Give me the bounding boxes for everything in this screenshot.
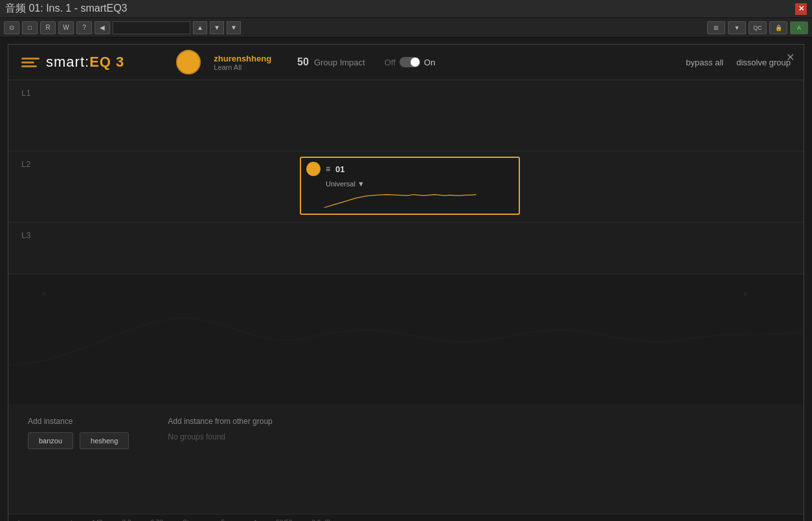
chart-area	[8, 274, 804, 404]
instance-number: 01	[335, 164, 344, 174]
user-avatar[interactable]	[176, 50, 201, 74]
toolbar-arrow-down-button[interactable]: ▼	[210, 21, 224, 34]
l3-label: L3	[21, 230, 38, 240]
logo-line-2	[21, 61, 34, 63]
status-val4: Stereo	[183, 519, 201, 522]
status-val6: 4	[253, 519, 257, 522]
add-banzou-button[interactable]: banzou	[28, 432, 73, 449]
status-val7: 50/50	[276, 519, 292, 522]
group-impact-area: 50 Group Impact	[297, 56, 365, 68]
add-sections: Add instance banzou hesheng Add instance…	[28, 417, 784, 449]
status-val3: 0.70	[151, 519, 163, 522]
toolbar-power-button[interactable]: ⊙	[4, 21, 19, 34]
toolbar-dropdown-button[interactable]: ▼	[227, 21, 241, 34]
toolbar-arrow-up-button[interactable]: ▲	[193, 21, 207, 34]
add-from-other-section: Add instance from other group No groups …	[168, 417, 272, 449]
no-groups-text: No groups found	[168, 432, 272, 441]
svg-point-1	[743, 292, 747, 296]
instance-eq-curve	[306, 188, 494, 210]
instance-profile[interactable]: Universal ▼	[306, 180, 513, 188]
status-val2: 3.3	[122, 519, 131, 522]
instance-card[interactable]: ≡ 01 Universal ▼	[300, 157, 520, 215]
logo-icon	[21, 58, 39, 67]
add-instance-title: Add instance	[28, 417, 129, 426]
instance-circle	[306, 162, 321, 176]
instance-eq-icon: ≡	[326, 164, 330, 173]
toolbar-qc-button[interactable]: QC	[749, 21, 767, 34]
toggle-switch[interactable]	[400, 57, 420, 67]
toolbar-a-button[interactable]: A	[790, 21, 808, 34]
learn-all-label[interactable]: Learn All	[214, 63, 271, 71]
group-impact-number: 50	[297, 56, 309, 68]
plugin-header: smart:EQ 3 zhurenshheng Learn All 50 Gro…	[8, 45, 804, 80]
toolbar-lock-button[interactable]: 🔒	[769, 21, 787, 34]
l1-label: L1	[21, 88, 38, 98]
toolbar-back-button[interactable]: ◀	[95, 21, 110, 34]
logo-line-1	[21, 58, 39, 60]
toolbar-dropdown2-button[interactable]: ▼	[728, 21, 746, 34]
main-content: L1 L2 ≡ 01 Universal ▼ L3	[8, 80, 804, 521]
toggle-off-label: Off	[385, 58, 396, 67]
logo-text: smart:EQ 3	[46, 54, 124, 71]
toolbar-w-button[interactable]: W	[58, 21, 74, 34]
status-bypass[interactable]: bypass	[18, 519, 39, 522]
status-bar: bypass reset 149 3.3 0.70 Stereo 5qm 4 5…	[8, 514, 804, 521]
status-val5: 5qm	[221, 519, 233, 522]
window-close-button[interactable]: ✕	[795, 3, 807, 15]
plugin-window: smart:EQ 3 zhurenshheng Learn All 50 Gro…	[8, 44, 804, 521]
status-reset[interactable]: reset	[58, 519, 73, 522]
instance-card-header: ≡ 01	[306, 162, 513, 176]
toolbar-search-input[interactable]	[113, 21, 190, 34]
title-bar-text: 音频 01: Ins. 1 - smartEQ3	[5, 2, 128, 16]
bottom-section: Add instance banzou hesheng Add instance…	[8, 404, 804, 462]
lane-l1-row: L1	[8, 80, 804, 151]
header-right-buttons: bypass all dissolve group	[686, 58, 791, 67]
background-curve	[8, 274, 804, 404]
status-val8: 0.0 dB	[312, 519, 331, 522]
toolbar-grid-button[interactable]: ⊞	[707, 21, 725, 34]
lane-l2-row: L2 ≡ 01 Universal ▼	[8, 151, 804, 223]
add-instance-section: Add instance banzou hesheng	[28, 417, 129, 449]
add-hesheng-button[interactable]: hesheng	[80, 432, 129, 449]
logo-line-3	[21, 65, 37, 67]
title-bar: 音频 01: Ins. 1 - smartEQ3 ✕	[0, 0, 812, 18]
toggle-knob	[411, 58, 420, 67]
add-instance-buttons: banzou hesheng	[28, 432, 129, 449]
toggle-on-label: On	[424, 58, 435, 67]
group-impact-label: Group Impact	[314, 58, 365, 67]
add-from-other-title: Add instance from other group	[168, 417, 272, 426]
toolbar: ⊙ □ R W ? ◀ ▲ ▼ ▼ ⊞ ▼ QC 🔒 A	[0, 18, 812, 38]
lane-l3-row: L3	[8, 223, 804, 274]
status-val1: 149	[92, 519, 103, 522]
bypass-all-button[interactable]: bypass all	[686, 58, 723, 67]
svg-point-0	[42, 292, 46, 296]
l2-label: L2	[21, 159, 38, 169]
toolbar-right: ⊞ ▼ QC 🔒 A	[707, 21, 808, 34]
user-info: zhurenshheng Learn All	[214, 54, 271, 71]
username: zhurenshheng	[214, 54, 271, 63]
toolbar-r-button[interactable]: R	[40, 21, 56, 34]
logo-area: smart:EQ 3	[21, 54, 124, 71]
toggle-area: Off On	[385, 57, 435, 67]
toolbar-box-button[interactable]: □	[22, 21, 38, 34]
close-plugin-button[interactable]: ✕	[783, 50, 797, 64]
toolbar-help-button[interactable]: ?	[76, 21, 92, 34]
